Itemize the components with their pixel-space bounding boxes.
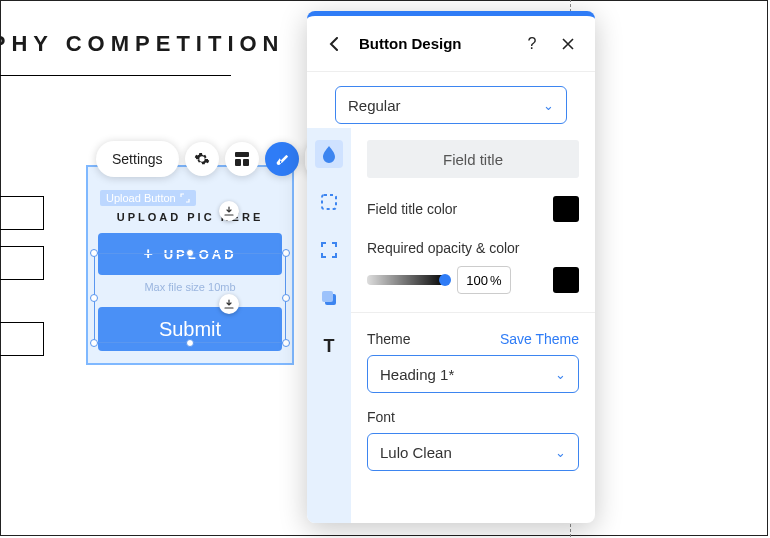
help-button[interactable]: ? xyxy=(521,33,543,55)
upload-field-label: UPLOAD PIC HERE xyxy=(98,211,282,223)
svg-rect-2 xyxy=(243,159,249,166)
resize-handle[interactable] xyxy=(282,249,290,257)
text-input[interactable] xyxy=(0,246,44,280)
opacity-value: 100 xyxy=(466,273,488,288)
selection-outline xyxy=(94,253,286,343)
page-sub-label: CAPE xyxy=(0,144,3,160)
theme-label: Theme xyxy=(367,331,411,347)
save-theme-link[interactable]: Save Theme xyxy=(500,331,579,347)
corners-icon xyxy=(320,241,338,259)
upload-button[interactable]: + UPLOAD xyxy=(98,233,282,275)
variant-row: Regular ⌄ xyxy=(307,72,595,128)
design-icon[interactable] xyxy=(265,142,299,176)
svg-rect-3 xyxy=(322,195,336,209)
text-input[interactable] xyxy=(0,322,44,356)
panel-content: Field title Field title color Required o… xyxy=(351,128,595,523)
download-icon[interactable] xyxy=(219,294,239,314)
resize-handle[interactable] xyxy=(90,339,98,347)
gear-icon[interactable] xyxy=(185,142,219,176)
page-heading: RAPHY COMPETITION xyxy=(0,31,285,57)
divider xyxy=(351,312,595,313)
theme-select[interactable]: Heading 1* ⌄ xyxy=(367,355,579,393)
theme-value: Heading 1* xyxy=(380,366,454,383)
expand-icon xyxy=(180,193,190,203)
text-icon: T xyxy=(324,336,335,357)
upload-form-card[interactable]: Upload Button UPLOAD PIC HERE + UPLOAD M… xyxy=(86,165,294,365)
element-type-badge: Upload Button xyxy=(100,190,196,206)
font-label: Font xyxy=(367,409,579,425)
panel-header: Button Design ? xyxy=(307,16,595,72)
text-input[interactable] xyxy=(0,196,44,230)
settings-button-label: Settings xyxy=(112,151,163,167)
editor-viewport: RAPHY COMPETITION CAPE Upload Button UPL… xyxy=(0,0,768,536)
opacity-slider[interactable] xyxy=(367,275,447,285)
element-floating-toolbar: Settings « xyxy=(96,141,329,177)
chevron-down-icon: ⌄ xyxy=(555,367,566,382)
opacity-input[interactable]: 100 % xyxy=(457,266,511,294)
field-title-color-row: Field title color xyxy=(367,196,579,222)
tab-text[interactable]: T xyxy=(315,332,343,360)
theme-header: Theme Save Theme xyxy=(367,331,579,347)
resize-handle[interactable] xyxy=(282,339,290,347)
tab-corners[interactable] xyxy=(315,236,343,264)
layout-icon[interactable] xyxy=(225,142,259,176)
font-select[interactable]: Lulo Clean ⌄ xyxy=(367,433,579,471)
svg-rect-5 xyxy=(322,291,333,302)
tab-shadow[interactable] xyxy=(315,284,343,312)
required-color-swatch[interactable] xyxy=(553,267,579,293)
field-title-color-label: Field title color xyxy=(367,201,457,217)
tab-border[interactable] xyxy=(315,188,343,216)
panel-body: T Field title Field title color Required… xyxy=(307,128,595,523)
badge-label: Upload Button xyxy=(106,192,176,204)
variant-value: Regular xyxy=(348,97,401,114)
heading-underline xyxy=(0,75,231,76)
field-title-color-swatch[interactable] xyxy=(553,196,579,222)
close-button[interactable] xyxy=(557,33,579,55)
resize-handle[interactable] xyxy=(186,339,194,347)
svg-rect-0 xyxy=(235,152,249,157)
panel-title: Button Design xyxy=(359,35,507,52)
back-button[interactable] xyxy=(323,33,345,55)
resize-handle[interactable] xyxy=(90,249,98,257)
section-header: Field title xyxy=(367,140,579,178)
tab-fill[interactable] xyxy=(315,140,343,168)
opacity-suffix: % xyxy=(490,273,502,288)
resize-handle[interactable] xyxy=(90,294,98,302)
close-icon xyxy=(562,38,574,50)
droplet-icon xyxy=(321,145,337,163)
design-panel: Button Design ? Regular ⌄ xyxy=(307,11,595,523)
settings-button[interactable]: Settings xyxy=(96,141,179,177)
resize-handle[interactable] xyxy=(186,249,194,257)
chevron-down-icon: ⌄ xyxy=(555,445,566,460)
resize-handle[interactable] xyxy=(282,294,290,302)
svg-rect-1 xyxy=(235,159,241,166)
design-tab-rail: T xyxy=(307,128,351,523)
help-icon: ? xyxy=(528,35,537,53)
left-input-group xyxy=(0,196,44,372)
slider-thumb[interactable] xyxy=(439,274,451,286)
required-opacity-row: 100 % xyxy=(367,266,579,294)
download-icon[interactable] xyxy=(219,201,239,221)
chevron-left-icon xyxy=(329,37,339,51)
stack-icon xyxy=(320,289,338,307)
required-opacity-label: Required opacity & color xyxy=(367,240,579,256)
dashed-rect-icon xyxy=(320,193,338,211)
font-value: Lulo Clean xyxy=(380,444,452,461)
chevron-down-icon: ⌄ xyxy=(543,98,554,113)
variant-select[interactable]: Regular ⌄ xyxy=(335,86,567,124)
